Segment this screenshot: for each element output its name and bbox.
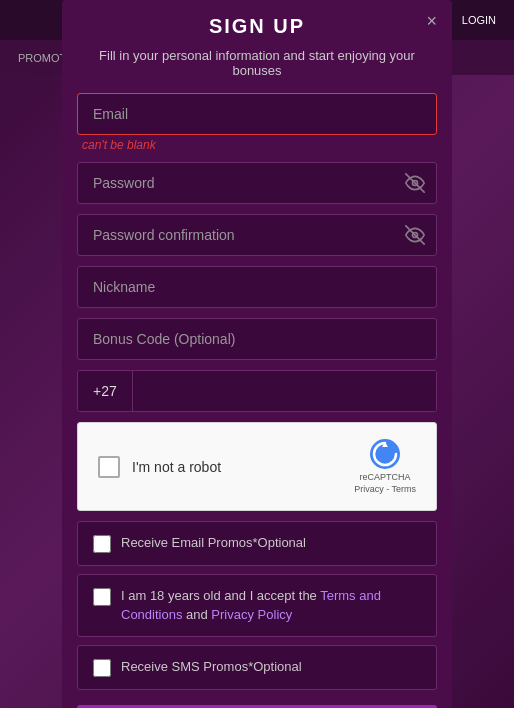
- email-input[interactable]: [77, 93, 437, 135]
- modal-subtitle: Fill in your personal information and st…: [62, 48, 452, 93]
- terms-label: I am 18 years old and I accept the Terms…: [121, 587, 421, 623]
- email-promos-label: Receive Email Promos*Optional: [121, 534, 306, 552]
- terms-and: and: [182, 607, 211, 622]
- phone-group: +27: [77, 370, 437, 412]
- password-input[interactable]: [77, 162, 437, 204]
- recaptcha-right: reCAPTCHA Privacy - Terms: [354, 438, 416, 495]
- recaptcha-checkbox[interactable]: [98, 456, 120, 478]
- password-confirmation-toggle-icon[interactable]: [405, 225, 425, 245]
- sms-promos-label: Receive SMS Promos*Optional: [121, 658, 302, 676]
- bonus-code-group: [77, 318, 437, 360]
- recaptcha-logo-icon: [369, 438, 401, 470]
- password-group: [77, 162, 437, 204]
- terms-text-1: I am 18 years old and I accept the: [121, 588, 320, 603]
- modal-header: SIGN UP ×: [62, 0, 452, 48]
- nickname-group: [77, 266, 437, 308]
- email-promos-row: Receive Email Promos*Optional: [77, 521, 437, 566]
- email-error: can't be blank: [82, 138, 437, 152]
- password-confirmation-group: [77, 214, 437, 256]
- close-button[interactable]: ×: [426, 12, 437, 30]
- recaptcha-label: I'm not a robot: [132, 459, 221, 475]
- terms-row: I am 18 years old and I accept the Terms…: [77, 574, 437, 636]
- bonus-code-input[interactable]: [77, 318, 437, 360]
- modal-title: SIGN UP: [82, 15, 432, 38]
- phone-prefix: +27: [78, 371, 133, 411]
- terms-checkbox[interactable]: [93, 588, 111, 606]
- privacy-link[interactable]: Privacy Policy: [211, 607, 292, 622]
- recaptcha-brand: reCAPTCHA Privacy - Terms: [354, 472, 416, 495]
- phone-input-wrapper: +27: [77, 370, 437, 412]
- password-confirmation-input[interactable]: [77, 214, 437, 256]
- signup-modal: SIGN UP × Fill in your personal informat…: [62, 0, 452, 708]
- email-group: can't be blank: [77, 93, 437, 152]
- recaptcha-left: I'm not a robot: [98, 456, 221, 478]
- checkbox-section: Receive Email Promos*Optional I am 18 ye…: [62, 521, 452, 689]
- password-toggle-icon[interactable]: [405, 173, 425, 193]
- form-body: can't be blank: [62, 93, 452, 412]
- recaptcha-widget[interactable]: I'm not a robot reCAPTCHA Privacy - Term…: [77, 422, 437, 511]
- sms-promos-checkbox[interactable]: [93, 659, 111, 677]
- nav-login[interactable]: LOGIN: [454, 14, 504, 26]
- nickname-input[interactable]: [77, 266, 437, 308]
- phone-input[interactable]: [133, 371, 436, 411]
- email-promos-checkbox[interactable]: [93, 535, 111, 553]
- sms-promos-row: Receive SMS Promos*Optional: [77, 645, 437, 690]
